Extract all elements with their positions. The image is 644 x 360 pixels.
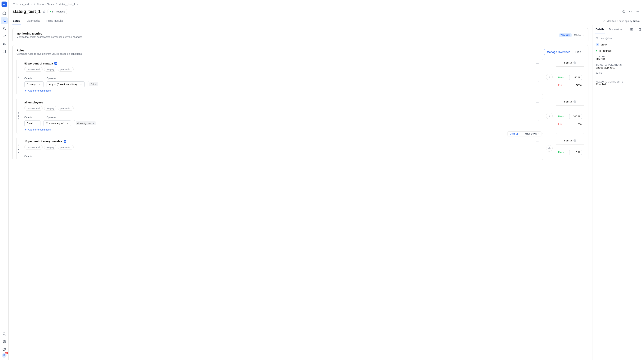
rule-name: 50 percent of canada (24, 62, 53, 65)
nav-experiments[interactable] (1, 25, 8, 32)
info-icon[interactable]: i (574, 61, 576, 64)
split-card: Split %i Pass 10% (556, 137, 584, 160)
svg-point-16 (538, 63, 539, 64)
move-down-button[interactable]: Move Down (523, 132, 541, 136)
env-tag: development (24, 67, 42, 72)
breadcrumb-section[interactable]: Feature Gates (37, 3, 54, 6)
collapse-panel-icon[interactable] (638, 28, 642, 31)
info-icon[interactable]: i (574, 100, 576, 103)
page-title: statsig_test_1 (12, 9, 41, 14)
operator-label: Operator (46, 116, 56, 119)
svg-point-9 (637, 11, 638, 12)
add-condition-button[interactable]: Add more conditions (24, 89, 539, 92)
add-condition-button[interactable]: Add more conditions (24, 128, 539, 131)
chip: @statsig.com✕ (76, 121, 96, 125)
rule-label: ELSE IF (18, 111, 20, 120)
chart-icon[interactable] (64, 140, 66, 143)
arrow-icon (546, 113, 552, 119)
value-input[interactable]: CA✕ (88, 81, 539, 87)
rule-card: IF 50 percent of canada (16, 59, 543, 95)
breadcrumb-item[interactable]: statsig_test_1 (59, 3, 78, 6)
nav-help[interactable] (1, 346, 8, 353)
env-tag: staging (44, 106, 56, 111)
criteria-label: Criteria (24, 77, 44, 80)
info-icon[interactable]: i (574, 139, 576, 142)
tab-diagnostics[interactable]: Diagnostics (26, 17, 41, 25)
svg-rect-13 (56, 63, 56, 64)
svg-point-19 (538, 102, 539, 102)
details-panel: Details Discussion No description B broc… (592, 25, 644, 360)
chart-icon[interactable] (54, 62, 57, 65)
details-tab-details[interactable]: Details (595, 25, 605, 34)
svg-point-4 (3, 50, 5, 51)
measure-value: Enabled (596, 83, 640, 86)
description-placeholder[interactable]: No description (596, 37, 640, 40)
manage-overrides-button[interactable]: Manage Overrides (544, 49, 573, 55)
nav-settings[interactable] (1, 338, 8, 345)
svg-point-24 (538, 141, 538, 141)
tab-pulse[interactable]: Pulse Results (46, 17, 63, 25)
pass-input[interactable]: 100% (569, 114, 582, 119)
user-avatar[interactable]: B 29 (2, 353, 6, 358)
id-type-label: ID TYPE (596, 55, 640, 58)
history-button[interactable] (621, 9, 626, 14)
nav-data[interactable] (1, 48, 8, 55)
criteria-select[interactable]: Email (24, 120, 40, 126)
target-apps-label: TARGET APPLICATIONS (596, 64, 640, 66)
move-up-button[interactable]: Move Up (508, 132, 523, 136)
breadcrumb: brock_test / Feature Gates / statsig_tes… (8, 0, 644, 6)
pass-input[interactable]: 10% (569, 150, 582, 155)
env-tag: staging (44, 67, 56, 72)
env-tag: development (24, 145, 42, 149)
operator-select[interactable]: Contains any of (44, 120, 71, 126)
svg-rect-0 (3, 20, 5, 20)
add-comment-icon[interactable] (630, 28, 633, 31)
rule-name: all employees (24, 101, 43, 104)
rules-subtitle: Configure rules to give different values… (16, 52, 82, 55)
modified-info: Modified 6 days ago by brock (603, 20, 640, 23)
nav-search[interactable] (1, 330, 8, 337)
chip-remove-icon[interactable]: ✕ (92, 122, 94, 124)
code-button[interactable] (628, 9, 633, 14)
rule-name: 10 percent of everyone else (24, 140, 62, 143)
rule-more-icon[interactable] (536, 62, 539, 65)
nav-users[interactable] (1, 40, 8, 47)
more-button[interactable] (635, 9, 640, 14)
rules-toggle[interactable]: Hide (576, 51, 584, 54)
svg-rect-21 (65, 141, 65, 142)
rule-label: ELSE IF (18, 144, 20, 153)
star-icon[interactable] (42, 10, 46, 13)
svg-point-15 (538, 63, 538, 64)
status-row: In Progress (596, 49, 640, 52)
svg-rect-20 (64, 141, 64, 142)
nav-gates[interactable] (1, 17, 8, 24)
nav-metrics[interactable] (1, 33, 8, 40)
metrics-card: Monitoring Metrics Metrics that might be… (12, 28, 588, 42)
measure-label: MEASURE METRIC LIFTS (596, 81, 640, 83)
details-tab-discussion[interactable]: Discussion (608, 25, 622, 34)
env-tag: staging (44, 145, 56, 149)
chip-remove-icon[interactable]: ✕ (95, 83, 97, 86)
value-input[interactable]: @statsig.com✕ (74, 120, 539, 126)
rule-more-icon[interactable] (536, 139, 539, 143)
app-logo[interactable] (2, 2, 7, 7)
env-tag: development (24, 106, 42, 111)
rule-more-icon[interactable] (536, 101, 539, 104)
svg-rect-12 (56, 63, 56, 64)
fail-label: Fail (558, 123, 562, 125)
pass-label: Pass (558, 76, 564, 79)
criteria-select[interactable]: Country (24, 81, 44, 87)
svg-point-8 (636, 11, 637, 12)
metrics-toggle[interactable]: Show (574, 34, 584, 37)
svg-point-3 (4, 43, 5, 44)
operator-select[interactable]: Any of (Case Insensitive) (46, 81, 84, 87)
chip: CA✕ (89, 82, 98, 86)
criteria-label: Criteria (24, 155, 44, 157)
metrics-badge: 7 Metrics (559, 33, 572, 37)
pass-input[interactable]: 50% (569, 75, 582, 80)
tab-setup[interactable]: Setup (12, 17, 21, 25)
nav-home[interactable] (1, 10, 8, 17)
fail-value: 0% (578, 122, 582, 126)
sidebar: B 29 (0, 0, 8, 360)
breadcrumb-folder[interactable]: brock_test (12, 3, 32, 6)
